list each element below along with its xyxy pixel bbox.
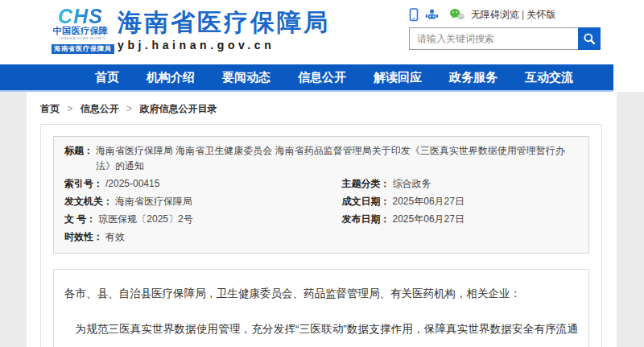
wechat-icon[interactable] xyxy=(449,8,465,21)
meta-row-issuer: 发文机关： 海南省医疗保障局 成文日期： 2025年06月27日 xyxy=(64,194,578,209)
chs-logo-org-name: 海南省医疗保障局 xyxy=(52,44,114,54)
nav-item-gov-services[interactable]: 政务服务 xyxy=(449,70,497,85)
site-title: 海南省医疗保障局 xyxy=(118,9,330,36)
accessibility-robot-icon[interactable] xyxy=(425,8,439,22)
document-paragraph: 为规范三医真实世界数据使用管理，充分发挥“三医联动”数据支撑作用，保障真实世界数… xyxy=(64,317,578,347)
accessibility-link[interactable]: 无障碍浏览 xyxy=(471,8,519,22)
meta-validity-value: 有效 xyxy=(105,229,125,245)
meta-doc-no-value: 琼医保规〔2025〕2号 xyxy=(98,212,192,227)
nav-item-interaction[interactable]: 互动交流 xyxy=(525,70,573,85)
content-panel: 首页 > 信息公开 > 政府信息公开目录 标题： 海南省医疗保障局 海南省卫生健… xyxy=(27,92,617,347)
nav-item-news[interactable]: 要闻动态 xyxy=(222,70,270,85)
meta-category-value: 综合政务 xyxy=(393,176,431,192)
document-body: 各市、县、自治县医疗保障局，卫生健康委员会、药品监督管理局、有关医药机构，相关企… xyxy=(53,269,589,347)
search-input[interactable] xyxy=(409,27,578,50)
meta-row-title: 标题： 海南省医疗保障局 海南省卫生健康委员会 海南省药品监督管理局关于印发《三… xyxy=(64,143,578,174)
site-titles: 海南省医疗保障局 ybj.hainan.gov.cn xyxy=(118,7,330,52)
search-button[interactable] xyxy=(578,27,601,50)
breadcrumb-home[interactable]: 首页 xyxy=(40,103,60,114)
meta-validity-label: 时效性： xyxy=(64,229,103,245)
document-salutation: 各市、县、自治县医疗保障局，卫生健康委员会、药品监督管理局、有关医药机构，相关企… xyxy=(64,282,578,306)
meta-written-date-value: 2025年06月27日 xyxy=(393,194,464,209)
document-container: 标题： 海南省医疗保障局 海南省卫生健康委员会 海南省药品监督管理局关于印发《三… xyxy=(40,124,602,347)
quick-links-divider: | xyxy=(522,9,524,20)
meta-index-value: /2025-00415 xyxy=(105,176,159,192)
care-version-link[interactable]: 关怀版 xyxy=(526,8,555,22)
quick-links: 无障碍浏览 | 关怀版 xyxy=(409,7,601,22)
meta-index-label: 索引号： xyxy=(64,176,103,192)
chs-logo: CHS 中国医疗保障 CHINA HEALTHCARE SECURITY 海南省… xyxy=(52,7,109,54)
breadcrumb-separator: > xyxy=(126,103,132,114)
meta-doc-no-label: 文 号： xyxy=(64,212,96,227)
chs-logo-cn-name: 中国医疗保障 xyxy=(52,27,109,35)
meta-issuer-value: 海南省医疗保障局 xyxy=(115,194,192,209)
meta-publish-date-value: 2025年06月27日 xyxy=(393,212,464,227)
nav-item-home[interactable]: 首页 xyxy=(95,70,119,85)
main-nav: 首页 机构介绍 要闻动态 信息公开 解读回应 政务服务 互动交流 xyxy=(0,64,613,92)
meta-title-label: 标题： xyxy=(64,143,93,174)
search-icon xyxy=(583,32,596,45)
meta-category-label: 主题分类： xyxy=(342,176,390,192)
site-brand[interactable]: CHS 中国医疗保障 CHINA HEALTHCARE SECURITY 海南省… xyxy=(52,7,330,54)
nav-item-about[interactable]: 机构介绍 xyxy=(147,70,195,85)
meta-written-date-label: 成文日期： xyxy=(342,194,390,209)
breadcrumb-gov-info-directory[interactable]: 政府信息公开目录 xyxy=(139,103,217,114)
meta-title-value: 海南省医疗保障局 海南省卫生健康委员会 海南省药品监督管理局关于印发《三医真实世… xyxy=(96,143,578,174)
search-bar xyxy=(409,27,601,50)
breadcrumb-info-disclosure[interactable]: 信息公开 xyxy=(80,103,119,114)
breadcrumb-separator: > xyxy=(67,103,72,114)
site-header: CHS 中国医疗保障 CHINA HEALTHCARE SECURITY 海南省… xyxy=(0,0,644,64)
chs-logo-abbr: CHS xyxy=(52,7,109,26)
content-background: 首页 > 信息公开 > 政府信息公开目录 标题： 海南省医疗保障局 海南省卫生健… xyxy=(0,92,644,347)
breadcrumb: 首页 > 信息公开 > 政府信息公开目录 xyxy=(40,102,602,116)
meta-issuer-label: 发文机关： xyxy=(64,194,113,209)
header-right: 无障碍浏览 | 关怀版 xyxy=(409,7,601,50)
nav-item-interpretation[interactable]: 解读回应 xyxy=(374,70,422,85)
mobile-phone-icon[interactable] xyxy=(409,8,419,22)
meta-publish-date-label: 发布日期： xyxy=(342,212,390,227)
meta-row-validity: 时效性： 有效 xyxy=(64,229,578,245)
nav-item-info-disclosure[interactable]: 信息公开 xyxy=(298,70,346,85)
site-url: ybj.hainan.gov.cn xyxy=(118,39,330,52)
meta-row-index: 索引号： /2025-00415 主题分类： 综合政务 xyxy=(64,176,578,192)
page: CHS 中国医疗保障 CHINA HEALTHCARE SECURITY 海南省… xyxy=(0,0,644,347)
meta-row-doc-no: 文 号： 琼医保规〔2025〕2号 发布日期： 2025年06月27日 xyxy=(64,212,578,227)
chs-logo-en-name: CHINA HEALTHCARE SECURITY xyxy=(59,37,102,40)
document-meta-table: 标题： 海南省医疗保障局 海南省卫生健康委员会 海南省药品监督管理局关于印发《三… xyxy=(53,136,589,254)
